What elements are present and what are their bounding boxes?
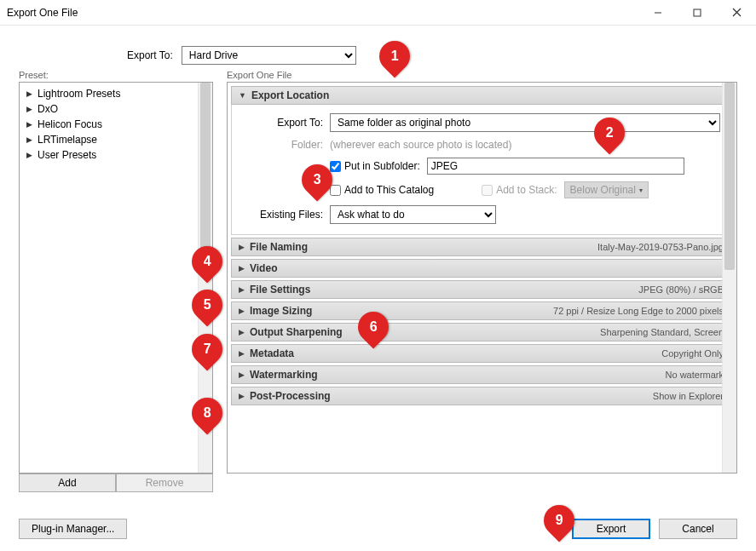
chevron-down-icon: ▼ bbox=[239, 91, 246, 100]
add-to-catalog-check[interactable]: Add to This Catalog bbox=[330, 184, 434, 196]
metadata-summary: Copyright Only bbox=[661, 348, 724, 359]
export-to-select[interactable]: Hard Drive bbox=[182, 46, 356, 65]
chevron-right-icon: ▶ bbox=[26, 135, 32, 144]
add-to-stack-checkbox bbox=[482, 185, 493, 196]
section-export-location: ▼ Export Location Export To: Same folder… bbox=[231, 86, 731, 235]
loc-export-to-select[interactable]: Same folder as original photo bbox=[330, 113, 720, 132]
existing-files-select[interactable]: Ask what to do bbox=[330, 205, 496, 224]
scrollbar-thumb[interactable] bbox=[724, 83, 735, 270]
scrollbar-thumb[interactable] bbox=[200, 83, 211, 253]
scrollbar[interactable] bbox=[198, 83, 212, 473]
close-button[interactable] bbox=[717, 0, 756, 25]
scrollbar[interactable] bbox=[722, 83, 736, 473]
chevron-right-icon: ▶ bbox=[239, 285, 245, 294]
minimize-button[interactable] bbox=[638, 0, 678, 25]
chevron-right-icon: ▶ bbox=[26, 89, 32, 98]
add-to-stack-check: Add to Stack: bbox=[482, 184, 557, 196]
chevron-right-icon: ▶ bbox=[239, 328, 245, 336]
section-header-image-sizing[interactable]: ▶Image Sizing72 ppi / Resize Long Edge t… bbox=[231, 301, 731, 320]
preset-list-box: ▶Lightroom Presets ▶DxO ▶Helicon Focus ▶… bbox=[19, 82, 213, 474]
preset-item-dxo[interactable]: ▶DxO bbox=[21, 101, 211, 117]
image-sizing-summary: 72 ppi / Resize Long Edge to 2000 pixels bbox=[553, 306, 724, 316]
chevron-right-icon: ▶ bbox=[239, 349, 245, 358]
put-in-subfolder-check[interactable]: Put in Subfolder: bbox=[330, 160, 420, 172]
preset-item-user[interactable]: ▶User Presets bbox=[21, 147, 211, 163]
maximize-button[interactable] bbox=[678, 0, 717, 25]
chevron-down-icon: ▾ bbox=[639, 187, 643, 194]
section-header-video[interactable]: ▶Video bbox=[231, 259, 731, 278]
export-to-label: Export To: bbox=[127, 49, 173, 61]
export-button[interactable]: Export bbox=[572, 519, 650, 539]
right-panel-label: Export One File bbox=[227, 70, 737, 80]
section-header-file-settings[interactable]: ▶File SettingsJPEG (80%) / sRGB bbox=[231, 280, 731, 299]
post-processing-summary: Show in Explorer bbox=[653, 391, 724, 401]
existing-files-label: Existing Files: bbox=[242, 209, 323, 221]
chevron-right-icon: ▶ bbox=[239, 243, 245, 251]
chevron-right-icon: ▶ bbox=[239, 264, 245, 273]
chevron-right-icon: ▶ bbox=[26, 105, 32, 113]
preset-label: Preset: bbox=[19, 70, 213, 80]
loc-export-to-label: Export To: bbox=[242, 117, 323, 129]
chevron-right-icon: ▶ bbox=[26, 151, 32, 159]
section-header-watermarking[interactable]: ▶WatermarkingNo watermark bbox=[231, 365, 731, 384]
chevron-right-icon: ▶ bbox=[239, 307, 245, 315]
below-original-button: Below Original ▾ bbox=[564, 181, 649, 198]
add-preset-button[interactable]: Add bbox=[19, 474, 116, 492]
section-header-file-naming[interactable]: ▶File NamingItaly-May-2019-0753-Pano.jpg bbox=[231, 238, 731, 256]
section-header-output-sharpening[interactable]: ▶Output SharpeningSharpening Standard, S… bbox=[231, 323, 731, 342]
svg-rect-1 bbox=[694, 9, 701, 16]
preset-item-helicon[interactable]: ▶Helicon Focus bbox=[21, 117, 211, 132]
chevron-right-icon: ▶ bbox=[239, 370, 245, 379]
preset-item-lightroom[interactable]: ▶Lightroom Presets bbox=[21, 86, 211, 101]
file-settings-summary: JPEG (80%) / sRGB bbox=[638, 284, 724, 295]
remove-preset-button: Remove bbox=[116, 474, 213, 492]
window-buttons bbox=[638, 0, 756, 25]
put-in-subfolder-checkbox[interactable] bbox=[330, 161, 341, 172]
watermarking-summary: No watermark bbox=[666, 370, 724, 380]
subfolder-input[interactable] bbox=[427, 158, 684, 175]
chevron-right-icon: ▶ bbox=[26, 120, 32, 129]
cancel-button[interactable]: Cancel bbox=[659, 519, 737, 539]
plugin-manager-button[interactable]: Plug-in Manager... bbox=[19, 519, 127, 539]
section-header-metadata[interactable]: ▶MetadataCopyright Only bbox=[231, 344, 731, 363]
window-title: Export One File bbox=[7, 7, 78, 19]
folder-label: Folder: bbox=[242, 139, 323, 151]
add-to-catalog-checkbox[interactable] bbox=[330, 185, 341, 196]
chevron-right-icon: ▶ bbox=[239, 392, 245, 400]
section-header-post-processing[interactable]: ▶Post-ProcessingShow in Explorer bbox=[231, 387, 731, 405]
titlebar: Export One File bbox=[0, 0, 756, 26]
output-sharpening-summary: Sharpening Standard, Screen bbox=[600, 327, 724, 337]
preset-item-lrtimelapse[interactable]: ▶LRTimelapse bbox=[21, 132, 211, 147]
file-naming-summary: Italy-May-2019-0753-Pano.jpg bbox=[597, 242, 724, 252]
folder-hint: (wherever each source photo is located) bbox=[330, 139, 511, 151]
section-header-export-location[interactable]: ▼ Export Location bbox=[231, 86, 731, 105]
